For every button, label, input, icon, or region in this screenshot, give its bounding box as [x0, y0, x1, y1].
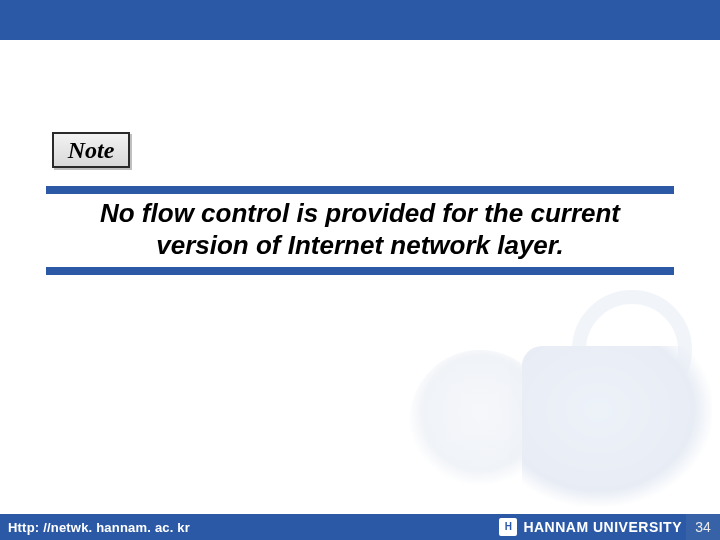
footer-bar: Http: //netwk. hannam. ac. kr H HANNAM U…: [0, 514, 720, 540]
globe-icon: [572, 290, 692, 410]
university-logo-icon: H: [499, 518, 517, 536]
decorative-background: [340, 270, 720, 510]
university-name: HANNAM UNIVERSITY: [523, 519, 682, 535]
slide: Note No flow control is provided for the…: [0, 0, 720, 540]
note-box: Note: [52, 132, 130, 168]
note-label: Note: [68, 137, 115, 164]
computer-graphic: [522, 346, 712, 506]
page-number: 34: [686, 514, 720, 540]
footer-url: Http: //netwk. hannam. ac. kr: [0, 520, 190, 535]
callout-text: No flow control is provided for the curr…: [52, 198, 668, 261]
header-bar: [0, 0, 720, 40]
footer-branding: H HANNAM UNIVERSITY: [499, 518, 686, 536]
person-graphic: [410, 350, 550, 490]
callout-block: No flow control is provided for the curr…: [46, 186, 674, 275]
